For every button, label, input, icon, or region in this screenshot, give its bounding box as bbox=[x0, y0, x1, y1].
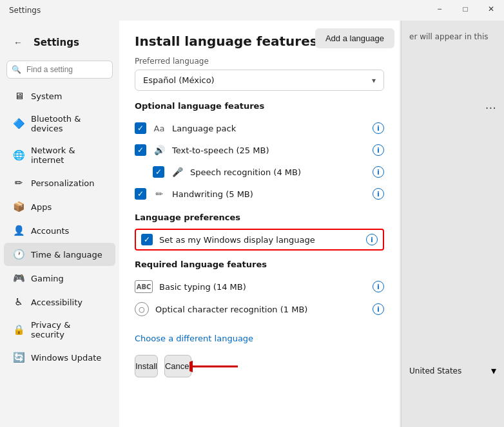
sidebar-item-time-language[interactable]: 🕐 Time & language bbox=[4, 243, 115, 266]
sidebar-item-bluetooth[interactable]: 🔷 Bluetooth & devices bbox=[4, 108, 115, 139]
info-icon-display-lang[interactable]: i bbox=[366, 234, 378, 245]
sidebar-title: Settings bbox=[34, 37, 79, 48]
checkbox-display-lang[interactable]: ✓ bbox=[141, 234, 153, 245]
nav-icon-system: 🖥 bbox=[13, 90, 24, 102]
nav-label-gaming: Gaming bbox=[31, 274, 64, 283]
cancel-button[interactable]: Cancel bbox=[164, 355, 191, 377]
nav-icon-apps: 📦 bbox=[13, 201, 24, 213]
speech-icon: 🎤 bbox=[171, 166, 184, 178]
button-row-wrapper: Install Cancel bbox=[135, 352, 384, 384]
tts-icon: 🔊 bbox=[153, 144, 166, 157]
checkbox-speech[interactable]: ✓ bbox=[153, 166, 164, 178]
lang-pack-icon: Aa bbox=[153, 122, 166, 135]
nav-label-time-language: Time & language bbox=[31, 250, 102, 260]
maximize-button[interactable]: □ bbox=[452, 0, 478, 18]
nav-icon-network: 🌐 bbox=[13, 149, 24, 161]
sidebar-header: ← Settings bbox=[0, 27, 119, 57]
sidebar-item-personalization[interactable]: ✏️ Personalization bbox=[4, 171, 115, 195]
nav-label-system: System bbox=[31, 91, 62, 101]
nav-label-bluetooth: Bluetooth & devices bbox=[31, 114, 106, 133]
nav-icon-gaming: 🎮 bbox=[13, 272, 24, 284]
info-icon-speech[interactable]: i bbox=[373, 166, 384, 178]
handwriting-icon: ✏ bbox=[153, 187, 166, 200]
checkbox-handwriting[interactable]: ✓ bbox=[135, 188, 146, 200]
modal-overlay: Install language features Preferred lang… bbox=[119, 21, 504, 427]
feat-label-lang-pack: Language pack bbox=[172, 124, 366, 133]
info-icon-ocr[interactable]: i bbox=[373, 303, 384, 315]
optional-section-title: Optional language features bbox=[135, 101, 384, 111]
sidebar-item-apps[interactable]: 📦 Apps bbox=[4, 195, 115, 218]
nav-icon-privacy: 🔒 bbox=[13, 324, 24, 336]
feat-label-tts: Text-to-speech (25 MB) bbox=[172, 146, 366, 155]
checkmark-icon: ✓ bbox=[155, 167, 162, 176]
sidebar-item-gaming[interactable]: 🎮 Gaming bbox=[4, 267, 115, 290]
feat-label-speech: Speech recognition (4 MB) bbox=[190, 167, 366, 177]
nav-icon-personalization: ✏️ bbox=[13, 177, 24, 189]
language-dropdown[interactable]: Español (México) ▾ bbox=[135, 70, 384, 91]
choose-lang-link[interactable]: Choose a different language bbox=[135, 334, 384, 343]
nav-icon-windows-update: 🔄 bbox=[13, 352, 24, 363]
req-item-basic-typing: ABC Basic typing (14 MB) i bbox=[135, 276, 384, 298]
nav-label-apps: Apps bbox=[31, 202, 52, 212]
nav-label-privacy: Privacy & security bbox=[31, 320, 106, 339]
feature-item-speech: ✓ 🎤 Speech recognition (4 MB) i bbox=[153, 161, 384, 183]
sidebar-item-windows-update[interactable]: 🔄 Windows Update bbox=[4, 346, 115, 369]
window: Settings − □ ✕ ← Settings 🔍 🖥 System 🔷 B… bbox=[0, 0, 504, 427]
checkmark-icon: ✓ bbox=[144, 235, 150, 244]
window-title: Settings bbox=[9, 6, 41, 15]
nav-icon-bluetooth: 🔷 bbox=[13, 118, 24, 129]
feature-item-handwriting: ✓ ✏ Handwriting (5 MB) i bbox=[135, 183, 384, 205]
sidebar-item-network[interactable]: 🌐 Network & internet bbox=[4, 140, 115, 171]
lang-pref-title: Language preferences bbox=[135, 213, 384, 222]
sidebar-item-accounts[interactable]: 👤 Accounts bbox=[4, 219, 115, 242]
nav-label-accounts: Accounts bbox=[31, 226, 69, 236]
lang-pref-box[interactable]: ✓ Set as my Windows display language i bbox=[135, 229, 384, 251]
window-controls: − □ ✕ bbox=[427, 0, 504, 18]
nav-label-personalization: Personalization bbox=[31, 178, 95, 188]
nav-icon-accounts: 👤 bbox=[13, 225, 24, 236]
minimize-button[interactable]: − bbox=[427, 0, 452, 18]
checkmark-icon: ✓ bbox=[137, 189, 144, 198]
nav-list: 🖥 System 🔷 Bluetooth & devices 🌐 Network… bbox=[0, 84, 119, 427]
feat-label-handwriting: Handwriting (5 MB) bbox=[172, 189, 366, 199]
info-icon-basic-typing[interactable]: i bbox=[373, 281, 384, 292]
dropdown-chevron-icon: ▾ bbox=[372, 76, 376, 85]
action-buttons: Install Cancel bbox=[135, 355, 191, 377]
title-bar: Settings − □ ✕ bbox=[0, 0, 504, 21]
search-icon: 🔍 bbox=[12, 65, 21, 74]
close-button[interactable]: ✕ bbox=[478, 0, 504, 18]
info-icon-tts[interactable]: i bbox=[373, 144, 384, 156]
add-language-button[interactable]: Add a language bbox=[315, 28, 394, 48]
sidebar-item-system[interactable]: 🖥 System bbox=[4, 84, 115, 108]
req-item-ocr: ○ Optical character recognition (1 MB) i bbox=[135, 298, 384, 321]
checkbox-lang-pack[interactable]: ✓ bbox=[135, 122, 146, 134]
checkmark-icon: ✓ bbox=[137, 146, 144, 155]
red-arrow-indicator bbox=[189, 357, 241, 375]
sidebar-item-accessibility[interactable]: ♿ Accessibility bbox=[4, 290, 115, 314]
req-label-ocr: Optical character recognition (1 MB) bbox=[155, 305, 366, 314]
selected-language: Español (México) bbox=[143, 75, 215, 85]
search-box: 🔍 bbox=[6, 61, 113, 79]
nav-label-accessibility: Accessibility bbox=[31, 298, 82, 307]
required-section-title: Required language features bbox=[135, 260, 384, 269]
info-icon-handwriting[interactable]: i bbox=[373, 188, 384, 200]
nav-icon-time-language: 🕐 bbox=[13, 249, 24, 260]
required-section: Required language features ABC Basic typ… bbox=[135, 260, 384, 321]
feature-item-lang-pack: ✓ Aa Language pack i bbox=[135, 117, 384, 139]
sidebar: ← Settings 🔍 🖥 System 🔷 Bluetooth & devi… bbox=[0, 21, 119, 427]
nav-label-network: Network & internet bbox=[31, 146, 106, 165]
req-label-basic-typing: Basic typing (14 MB) bbox=[159, 282, 366, 292]
checkbox-tts[interactable]: ✓ bbox=[135, 144, 146, 156]
info-icon-lang-pack[interactable]: i bbox=[373, 122, 384, 134]
lang-pref-section: Language preferences ✓ Set as my Windows… bbox=[135, 213, 384, 251]
preferred-language-label: Preferred language bbox=[135, 57, 384, 66]
install-button[interactable]: Install bbox=[135, 355, 158, 377]
search-input[interactable] bbox=[6, 61, 113, 79]
back-button[interactable]: ← bbox=[9, 33, 27, 52]
basic-typing-icon: ABC bbox=[135, 280, 153, 293]
nav-label-windows-update: Windows Update bbox=[31, 353, 101, 363]
checkmark-icon: ✓ bbox=[137, 124, 144, 133]
sidebar-item-privacy[interactable]: 🔒 Privacy & security bbox=[4, 314, 115, 345]
ocr-icon: ○ bbox=[135, 302, 149, 316]
nav-icon-accessibility: ♿ bbox=[13, 296, 24, 308]
